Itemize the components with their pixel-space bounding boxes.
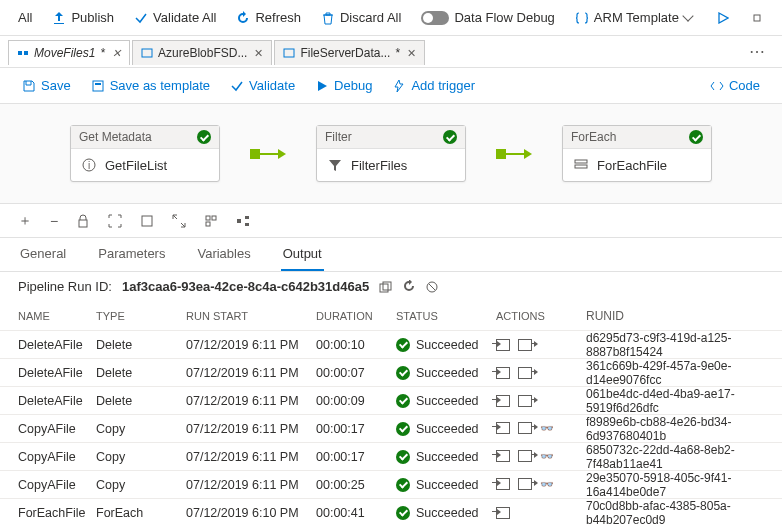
pin-button[interactable] [742, 7, 772, 29]
refresh-icon [236, 11, 250, 25]
input-action-icon[interactable] [496, 507, 510, 519]
cell-actions: 👓 [496, 478, 586, 491]
add-icon[interactable]: ＋ [18, 212, 32, 230]
save-as-label: Save as template [110, 78, 210, 93]
lock-icon[interactable] [76, 214, 90, 228]
success-check-icon [197, 130, 211, 144]
table-row[interactable]: CopyAFileCopy07/12/2019 6:11 PM00:00:17S… [0, 415, 782, 443]
input-action-icon[interactable] [496, 478, 510, 490]
connector-arrow [496, 149, 532, 159]
cell-type: Copy [96, 422, 186, 436]
tab-fileserver[interactable]: FileServerData... * ✕ [274, 40, 425, 65]
align-icon[interactable] [204, 214, 218, 228]
braces-icon [575, 11, 589, 25]
table-row[interactable]: CopyAFileCopy07/12/2019 6:11 PM00:00:17S… [0, 443, 782, 471]
save-as-template-button[interactable]: Save as template [83, 74, 218, 97]
discard-all-button[interactable]: Discard All [313, 6, 409, 29]
details-icon[interactable]: 👓 [540, 478, 554, 491]
tab-azureblob[interactable]: AzureBlobFSD... ✕ [132, 40, 272, 65]
play-icon [315, 79, 329, 93]
cell-name: CopyAFile [18, 422, 96, 436]
svg-rect-1 [18, 51, 22, 55]
table-row[interactable]: DeleteAFileDelete07/12/2019 6:11 PM00:00… [0, 331, 782, 359]
refresh-output-icon[interactable] [403, 280, 416, 293]
input-action-icon[interactable] [496, 422, 510, 434]
cell-status: Succeeded [396, 506, 496, 520]
run-play-button[interactable] [708, 7, 738, 29]
output-action-icon[interactable] [518, 450, 532, 462]
validate-button[interactable]: Validate [222, 74, 303, 97]
cell-type: ForEach [96, 506, 186, 520]
header-duration[interactable]: Duration [316, 310, 396, 322]
table-row[interactable]: DeleteAFileDelete07/12/2019 6:11 PM00:00… [0, 387, 782, 415]
node-get-metadata[interactable]: Get Metadata iGetFileList [70, 125, 220, 182]
chevron-down-icon [682, 10, 693, 21]
validate-all-button[interactable]: Validate All [126, 6, 224, 29]
tab-overflow-menu[interactable]: ⋯ [741, 38, 774, 65]
header-actions[interactable]: Actions [496, 310, 586, 322]
trash-icon [321, 11, 335, 25]
header-status[interactable]: Status [396, 310, 496, 322]
all-filter[interactable]: All [10, 6, 40, 29]
cell-duration: 00:00:17 [316, 450, 396, 464]
play-icon [716, 11, 730, 25]
remove-icon[interactable]: − [50, 213, 58, 229]
output-action-icon[interactable] [518, 395, 532, 407]
details-icon[interactable]: 👓 [540, 422, 554, 435]
header-runid[interactable]: RunID [586, 309, 764, 323]
details-icon[interactable]: 👓 [540, 450, 554, 463]
tab-general[interactable]: General [18, 238, 68, 271]
output-action-icon[interactable] [518, 422, 532, 434]
arm-template-button[interactable]: ARM Template [567, 6, 700, 29]
header-start[interactable]: Run Start [186, 310, 316, 322]
node-name: ForEachFile [597, 158, 667, 173]
success-check-icon [396, 338, 410, 352]
cancel-run-icon[interactable] [426, 281, 438, 293]
validate-all-label: Validate All [153, 10, 216, 25]
publish-button[interactable]: Publish [44, 6, 122, 29]
code-button[interactable]: Code [702, 74, 768, 97]
zoom-actual-icon[interactable] [172, 214, 186, 228]
header-name[interactable]: Name [18, 310, 96, 322]
cell-actions: 👓 [496, 450, 586, 463]
debug-button[interactable]: Debug [307, 74, 380, 97]
node-foreach[interactable]: ForEach ForEachFile [562, 125, 712, 182]
header-type[interactable]: Type [96, 310, 186, 322]
output-action-icon[interactable] [518, 367, 532, 379]
trigger-icon [392, 79, 406, 93]
run-id-value: 1af3caa6-93ea-42ce-8c4a-c642b31d46a5 [122, 279, 369, 294]
table-row[interactable]: CopyAFileCopy07/12/2019 6:11 PM00:00:25S… [0, 471, 782, 499]
output-action-icon[interactable] [518, 339, 532, 351]
add-trigger-button[interactable]: Add trigger [384, 74, 483, 97]
input-action-icon[interactable] [496, 339, 510, 351]
node-filter[interactable]: Filter FilterFiles [316, 125, 466, 182]
cell-runid: d6295d73-c9f3-419d-a125-8887b8f15424 [586, 331, 764, 359]
close-tab-icon[interactable]: ✕ [254, 47, 263, 60]
output-action-icon[interactable] [518, 478, 532, 490]
input-action-icon[interactable] [496, 367, 510, 379]
tab-output[interactable]: Output [281, 238, 324, 271]
cell-duration: 00:00:41 [316, 506, 396, 520]
pipeline-canvas[interactable]: Get Metadata iGetFileList Filter FilterF… [0, 104, 782, 204]
layout-icon[interactable] [236, 214, 250, 228]
refresh-button[interactable]: Refresh [228, 6, 309, 29]
table-row[interactable]: ForEachFileForEach07/12/2019 6:10 PM00:0… [0, 499, 782, 526]
close-tab-icon[interactable]: ✕ [407, 47, 416, 60]
tab-variables[interactable]: Variables [195, 238, 252, 271]
copy-icon[interactable] [379, 281, 393, 293]
tab-movefiles[interactable]: MoveFiles1 * ✕ [8, 40, 130, 65]
fullscreen-icon[interactable] [140, 214, 154, 228]
close-tab-icon[interactable]: ✕ [112, 47, 121, 60]
save-icon [22, 79, 36, 93]
template-icon [91, 79, 105, 93]
input-action-icon[interactable] [496, 450, 510, 462]
fit-icon[interactable] [108, 214, 122, 228]
svg-rect-6 [95, 83, 101, 85]
tab-parameters[interactable]: Parameters [96, 238, 167, 271]
input-action-icon[interactable] [496, 395, 510, 407]
svg-rect-18 [245, 223, 249, 226]
table-row[interactable]: DeleteAFileDelete07/12/2019 6:11 PM00:00… [0, 359, 782, 387]
data-flow-debug-toggle[interactable]: Data Flow Debug [413, 6, 562, 29]
save-button[interactable]: Save [14, 74, 79, 97]
cell-name: CopyAFile [18, 450, 96, 464]
